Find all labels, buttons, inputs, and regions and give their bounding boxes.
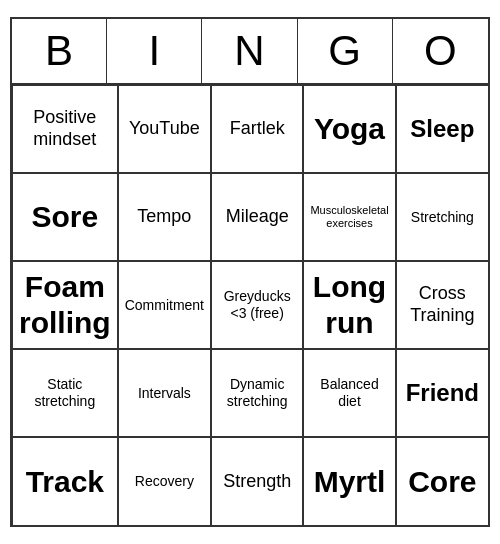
bingo-cell-19: Friend — [396, 349, 488, 437]
bingo-cell-text-5: Sore — [31, 199, 98, 235]
bingo-grid: Positive mindsetYouTubeFartlekYogaSleepS… — [12, 85, 488, 525]
bingo-cell-text-17: Dynamic stretching — [218, 376, 296, 410]
bingo-cell-text-22: Strength — [223, 471, 291, 493]
bingo-cell-20: Track — [12, 437, 118, 525]
bingo-cell-text-3: Yoga — [314, 111, 385, 147]
bingo-card: BINGO Positive mindsetYouTubeFartlekYoga… — [10, 17, 490, 527]
bingo-cell-5: Sore — [12, 173, 118, 261]
bingo-cell-text-15: Static stretching — [19, 376, 111, 410]
bingo-cell-text-7: Mileage — [226, 206, 289, 228]
bingo-cell-text-4: Sleep — [410, 115, 474, 144]
bingo-cell-text-18: Balanced diet — [310, 376, 388, 410]
bingo-cell-text-8: Musculoskeletal exercises — [310, 204, 388, 230]
bingo-cell-23: Myrtl — [303, 437, 395, 525]
bingo-cell-12: Greyducks <3 (free) — [211, 261, 303, 349]
bingo-cell-text-23: Myrtl — [314, 464, 386, 500]
bingo-cell-18: Balanced diet — [303, 349, 395, 437]
bingo-letter-o: O — [393, 19, 488, 83]
bingo-cell-14: Cross Training — [396, 261, 488, 349]
bingo-cell-7: Mileage — [211, 173, 303, 261]
bingo-cell-24: Core — [396, 437, 488, 525]
bingo-letter-i: I — [107, 19, 202, 83]
bingo-cell-8: Musculoskeletal exercises — [303, 173, 395, 261]
bingo-header: BINGO — [12, 19, 488, 85]
bingo-cell-text-14: Cross Training — [403, 283, 482, 326]
bingo-cell-15: Static stretching — [12, 349, 118, 437]
bingo-cell-text-16: Intervals — [138, 385, 191, 402]
bingo-cell-text-19: Friend — [406, 379, 479, 408]
bingo-cell-6: Tempo — [118, 173, 211, 261]
bingo-cell-text-11: Commitment — [125, 297, 204, 314]
bingo-cell-text-21: Recovery — [135, 473, 194, 490]
bingo-cell-0: Positive mindset — [12, 85, 118, 173]
bingo-cell-text-12: Greyducks <3 (free) — [218, 288, 296, 322]
bingo-cell-text-10: Foam rolling — [19, 269, 111, 341]
bingo-letter-n: N — [202, 19, 297, 83]
bingo-cell-text-13: Long run — [310, 269, 388, 341]
bingo-cell-text-9: Stretching — [411, 209, 474, 226]
bingo-cell-2: Fartlek — [211, 85, 303, 173]
bingo-cell-1: YouTube — [118, 85, 211, 173]
bingo-cell-22: Strength — [211, 437, 303, 525]
bingo-cell-text-24: Core — [408, 464, 476, 500]
bingo-cell-10: Foam rolling — [12, 261, 118, 349]
bingo-cell-11: Commitment — [118, 261, 211, 349]
bingo-cell-text-2: Fartlek — [230, 118, 285, 140]
bingo-cell-17: Dynamic stretching — [211, 349, 303, 437]
bingo-cell-9: Stretching — [396, 173, 488, 261]
bingo-cell-16: Intervals — [118, 349, 211, 437]
bingo-cell-text-6: Tempo — [137, 206, 191, 228]
bingo-cell-text-1: YouTube — [129, 118, 200, 140]
bingo-letter-b: B — [12, 19, 107, 83]
bingo-letter-g: G — [298, 19, 393, 83]
bingo-cell-21: Recovery — [118, 437, 211, 525]
bingo-cell-4: Sleep — [396, 85, 488, 173]
bingo-cell-text-0: Positive mindset — [19, 107, 111, 150]
bingo-cell-text-20: Track — [26, 464, 104, 500]
bingo-cell-13: Long run — [303, 261, 395, 349]
bingo-cell-3: Yoga — [303, 85, 395, 173]
